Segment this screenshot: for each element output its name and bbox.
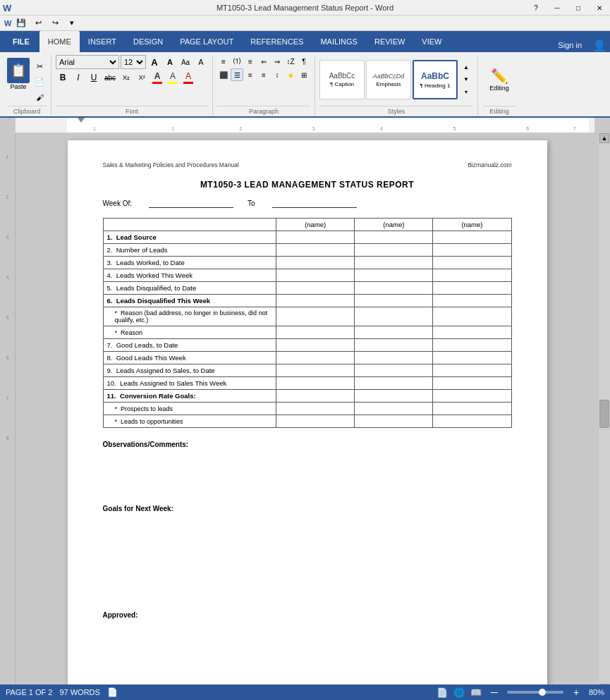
font-name-select[interactable]: Arial <box>56 55 119 69</box>
sub-row-col3[interactable] <box>433 326 511 339</box>
to-field[interactable] <box>272 199 357 208</box>
row-col3[interactable] <box>433 295 511 307</box>
format-painter-button[interactable]: 🖌 <box>32 90 47 104</box>
row-col2[interactable] <box>355 282 433 295</box>
tab-review[interactable]: REVIEW <box>366 31 413 52</box>
sign-in-link[interactable]: Sign in <box>551 38 589 52</box>
row-col3[interactable] <box>433 377 511 390</box>
row-col3[interactable] <box>433 282 511 295</box>
sub-row-col3[interactable] <box>433 307 511 326</box>
row-col2[interactable] <box>355 377 433 390</box>
increase-indent-button[interactable]: ⇒ <box>271 55 283 68</box>
sub-row-col1[interactable] <box>276 403 355 415</box>
sub-row-col2[interactable] <box>355 307 433 326</box>
sub-row-col3[interactable] <box>433 415 511 428</box>
row-col1[interactable] <box>276 352 355 364</box>
tab-references[interactable]: REFERENCES <box>242 31 312 52</box>
row-col2[interactable] <box>355 352 433 364</box>
row-col3[interactable] <box>433 269 511 282</box>
editing-button[interactable]: ✏️ Editing <box>483 64 516 95</box>
tab-view[interactable]: VIEW <box>413 31 450 52</box>
style-heading1[interactable]: AaBbC ¶ Heading 1 <box>413 60 458 99</box>
change-case-button[interactable]: Aa <box>178 55 193 69</box>
tab-home[interactable]: HOME <box>39 31 80 52</box>
numbering-button[interactable]: ⑴ <box>231 55 243 68</box>
redo-button[interactable]: ↪ <box>48 16 62 30</box>
row-col2[interactable] <box>355 244 433 257</box>
style-caption[interactable]: AaBbCc ¶ Caption <box>319 60 365 99</box>
shrink-font-button[interactable]: A <box>163 55 177 69</box>
left-indent-marker[interactable] <box>78 118 85 123</box>
row-col3[interactable] <box>433 339 511 352</box>
bold-button[interactable]: B <box>56 70 70 85</box>
row-col1[interactable] <box>276 377 355 390</box>
row-col3[interactable] <box>433 244 511 257</box>
save-button[interactable]: 💾 <box>14 16 28 30</box>
align-center-button[interactable]: ☰ <box>231 68 243 81</box>
sort-button[interactable]: ↕Z <box>284 55 297 68</box>
help-button[interactable]: ? <box>525 0 547 16</box>
decrease-indent-button[interactable]: ⇐ <box>257 55 270 68</box>
row-col1[interactable] <box>276 257 355 269</box>
font-size-select[interactable]: 12 <box>121 55 146 69</box>
sub-row-col1[interactable] <box>276 415 355 428</box>
sub-row-col1[interactable] <box>276 307 355 326</box>
row-col3[interactable] <box>433 257 511 269</box>
account-icon[interactable]: 👤 <box>589 39 610 52</box>
strikethrough-button[interactable]: abc <box>102 70 118 85</box>
week-of-field[interactable] <box>149 199 233 208</box>
tab-mailings[interactable]: MAILINGS <box>312 31 366 52</box>
tab-insert[interactable]: INSERT <box>80 31 125 52</box>
right-scrollbar[interactable]: ▲ ▼ <box>599 133 610 694</box>
row-col1[interactable] <box>276 390 355 403</box>
document-page[interactable]: Sales & Marketing Policies and Procedure… <box>68 140 547 694</box>
highlight-color-button[interactable]: A <box>166 70 180 85</box>
row-col2[interactable] <box>355 364 433 377</box>
styles-scroll-up[interactable]: ▲ <box>459 61 473 73</box>
style-emphasis[interactable]: AaBbCcDd Emphasis <box>366 60 411 99</box>
sub-row-col2[interactable] <box>355 415 433 428</box>
sub-row-col2[interactable] <box>355 403 433 415</box>
zoom-in-button[interactable]: + <box>569 685 583 699</box>
justify-button[interactable]: ≡ <box>257 68 270 81</box>
row-col3[interactable] <box>433 231 511 244</box>
zoom-thumb[interactable] <box>539 689 546 696</box>
view-read-btn[interactable]: 📖 <box>470 687 482 698</box>
row-col1[interactable] <box>276 282 355 295</box>
row-col2[interactable] <box>355 269 433 282</box>
align-left-button[interactable]: ⬛ <box>217 68 230 81</box>
multilevel-button[interactable]: ≡ <box>244 55 257 68</box>
minimize-button[interactable]: ─ <box>547 0 568 16</box>
view-web-btn[interactable]: 🌐 <box>453 687 465 698</box>
row-col2[interactable] <box>355 295 433 307</box>
tab-design[interactable]: DESIGN <box>125 31 171 52</box>
cut-button[interactable]: ✂ <box>32 59 47 73</box>
row-col3[interactable] <box>433 364 511 377</box>
show-marks-button[interactable]: ¶ <box>298 55 310 68</box>
row-col1[interactable] <box>276 364 355 377</box>
styles-scroll-down[interactable]: ▼ <box>459 73 473 85</box>
zoom-slider[interactable] <box>507 691 563 694</box>
sub-row-col3[interactable] <box>433 403 511 415</box>
align-right-button[interactable]: ≡ <box>244 68 257 81</box>
tab-page-layout[interactable]: PAGE LAYOUT <box>171 31 242 52</box>
text-color-button[interactable]: A <box>150 70 164 85</box>
superscript-button[interactable]: X² <box>135 70 149 85</box>
row-col2[interactable] <box>355 339 433 352</box>
close-button[interactable]: ✕ <box>589 0 610 16</box>
borders-button[interactable]: ⊞ <box>298 68 310 81</box>
row-col1[interactable] <box>276 244 355 257</box>
row-col3[interactable] <box>433 390 511 403</box>
grow-font-button[interactable]: A <box>147 55 161 69</box>
row-col2[interactable] <box>355 257 433 269</box>
text-color2-button[interactable]: A <box>181 70 195 85</box>
view-print-btn[interactable]: 📄 <box>437 687 448 698</box>
zoom-out-button[interactable]: ─ <box>487 685 501 699</box>
bullets-button[interactable]: ≡ <box>217 55 230 68</box>
undo-button[interactable]: ↩ <box>31 16 45 30</box>
row-col1[interactable] <box>276 269 355 282</box>
row-col1[interactable] <box>276 231 355 244</box>
italic-button[interactable]: I <box>71 70 85 85</box>
scroll-up-button[interactable]: ▲ <box>599 133 609 143</box>
shading-button[interactable]: ■ <box>284 68 297 81</box>
